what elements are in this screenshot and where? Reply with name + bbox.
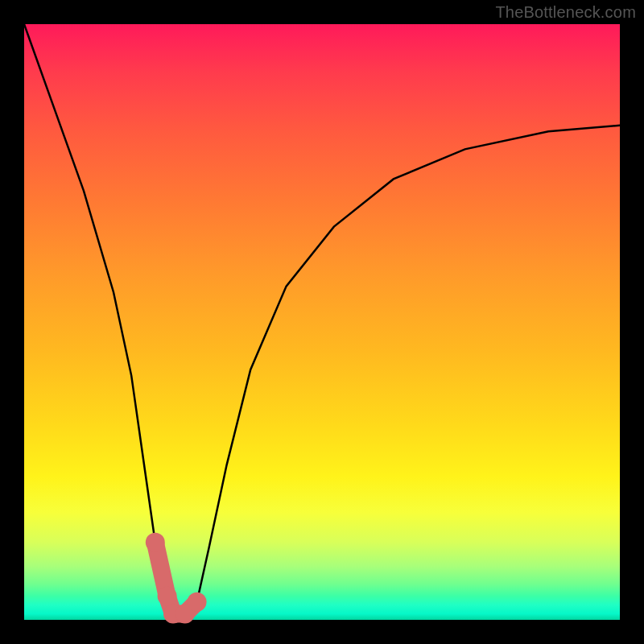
optimal-band-dot [146, 533, 165, 552]
curve-layer [24, 24, 620, 620]
watermark-text: TheBottleneck.com [495, 3, 636, 22]
optimal-band-dot [158, 586, 177, 605]
plot-area [24, 24, 620, 620]
bottleneck-curve [24, 24, 620, 614]
chart-frame: TheBottleneck.com [0, 0, 644, 644]
optimal-band-dot [188, 592, 207, 612]
